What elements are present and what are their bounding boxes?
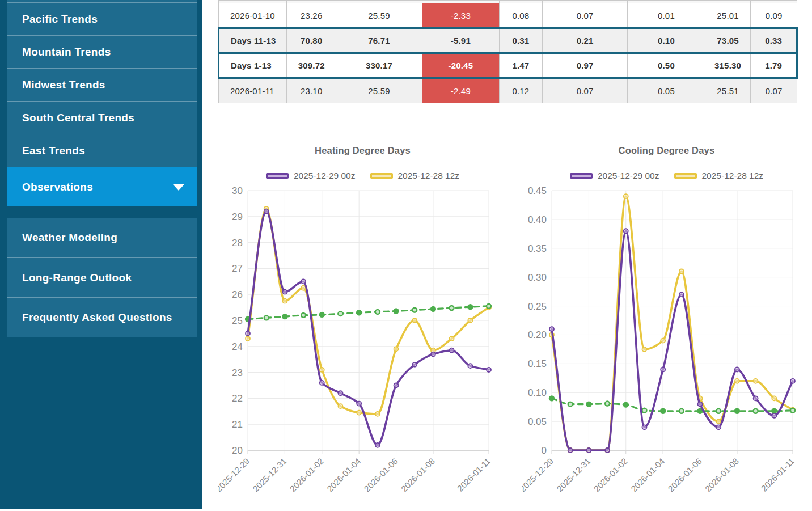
- legend-swatch-purple: [570, 173, 593, 179]
- legend-item[interactable]: 2025-12-28 12z: [370, 171, 460, 181]
- svg-text:0.40: 0.40: [528, 214, 547, 225]
- sidebar-item-label: South Central Trends: [22, 112, 134, 124]
- sidebar-item-weather-modeling[interactable]: Weather Modeling: [7, 218, 197, 257]
- heating-degree-days-chart: 30292827262524232221202025-12-292025-12-…: [218, 184, 508, 505]
- svg-text:2026-01-04: 2026-01-04: [629, 456, 666, 493]
- table-cell: 330.17: [336, 53, 422, 78]
- svg-text:0.30: 0.30: [528, 272, 547, 283]
- table-cell: 309.72: [287, 53, 336, 78]
- table-cell: 0.01: [628, 3, 705, 28]
- heating-chart-panel: Heating Degree Days 2025-12-29 00z 2025-…: [218, 145, 508, 505]
- svg-text:2026-01-11: 2026-01-11: [455, 456, 492, 493]
- table-cell: 25.01: [705, 3, 751, 28]
- chart-title: Cooling Degree Days: [522, 145, 811, 158]
- forecast-table-wrap: 2026-01-1023.2625.59-2.330.080.070.0125.…: [218, 0, 798, 103]
- chart-legend: 2025-12-29 00z 2025-12-28 12z: [522, 170, 811, 182]
- sidebar-item-label: Mountain Trends: [22, 46, 111, 58]
- main-content: 2026-01-1023.2625.59-2.330.080.070.0125.…: [202, 0, 812, 511]
- legend-label: 2025-12-28 12z: [398, 171, 460, 181]
- svg-text:22: 22: [232, 393, 243, 404]
- svg-text:0.35: 0.35: [528, 243, 547, 254]
- legend-item[interactable]: 2025-12-29 00z: [266, 171, 356, 181]
- table-row: Days 1-13309.72330.17-20.451.470.970.503…: [219, 53, 797, 78]
- svg-text:2025-12-29: 2025-12-29: [218, 456, 251, 493]
- table-cell: 0.50: [628, 53, 705, 78]
- table-cell: 23.10: [287, 78, 336, 103]
- forecast-table: 2026-01-1023.2625.59-2.330.080.070.0125.…: [218, 0, 798, 103]
- svg-text:0.15: 0.15: [528, 358, 547, 369]
- legend-swatch-yellow: [370, 173, 393, 179]
- sidebar-item-south-central-trends[interactable]: South Central Trends: [7, 101, 197, 134]
- sidebar-primary-group: Pacific Trends Mountain Trends Midwest T…: [7, 0, 197, 206]
- sidebar-item-label: Long-Range Outlook: [22, 272, 132, 284]
- table-cell: 25.59: [336, 78, 422, 103]
- table-cell: 0.33: [751, 28, 797, 53]
- legend-swatch-yellow: [674, 173, 697, 179]
- legend-item[interactable]: 2025-12-28 12z: [674, 171, 764, 181]
- sidebar-item-label: East Trends: [22, 145, 85, 157]
- table-cell: -2.49: [422, 78, 500, 103]
- svg-text:23: 23: [232, 368, 243, 378]
- svg-text:0: 0: [542, 445, 547, 456]
- table-cell: 0.31: [499, 28, 543, 53]
- table-cell: 25.59: [336, 3, 422, 28]
- sidebar-item-faq[interactable]: Frequently Asked Questions: [7, 297, 197, 337]
- table-cell: -5.91: [422, 28, 500, 53]
- sidebar-item-pacific-trends[interactable]: Pacific Trends: [7, 2, 197, 35]
- table-cell: 76.71: [336, 28, 422, 53]
- table-cell: 0.08: [499, 3, 543, 28]
- chart-legend: 2025-12-29 00z 2025-12-28 12z: [218, 170, 508, 182]
- sidebar: Pacific Trends Mountain Trends Midwest T…: [0, 0, 202, 509]
- table-cell: 1.47: [499, 53, 543, 78]
- svg-text:26: 26: [232, 289, 243, 300]
- sidebar-item-east-trends[interactable]: East Trends: [7, 134, 197, 167]
- sidebar-item-mountain-trends[interactable]: Mountain Trends: [7, 35, 197, 68]
- table-cell: 73.05: [705, 28, 751, 53]
- legend-swatch-purple: [266, 173, 289, 179]
- svg-text:29: 29: [232, 212, 243, 222]
- table-cell: 0.21: [543, 28, 628, 53]
- svg-text:2026-01-02: 2026-01-02: [288, 456, 325, 493]
- legend-label: 2025-12-29 00z: [598, 171, 659, 181]
- table-cell: Days 11-13: [219, 28, 287, 53]
- svg-text:0.10: 0.10: [528, 387, 547, 398]
- cooling-chart-panel: Cooling Degree Days 2025-12-29 00z 2025-…: [522, 145, 811, 505]
- table-cell: 0.12: [499, 78, 543, 103]
- sidebar-item-observations[interactable]: Observations: [7, 167, 197, 206]
- legend-label: 2025-12-29 00z: [294, 171, 356, 181]
- svg-text:2026-01-08: 2026-01-08: [703, 456, 741, 493]
- sidebar-item-midwest-trends[interactable]: Midwest Trends: [7, 68, 197, 101]
- svg-text:0.45: 0.45: [528, 185, 547, 196]
- sidebar-item-label: Pacific Trends: [22, 13, 98, 26]
- table-cell: 25.51: [705, 78, 751, 103]
- svg-text:2026-01-08: 2026-01-08: [399, 456, 437, 493]
- svg-text:2026-01-11: 2026-01-11: [759, 456, 796, 493]
- svg-text:21: 21: [232, 419, 243, 430]
- svg-text:0.05: 0.05: [528, 416, 547, 427]
- svg-text:30: 30: [232, 185, 243, 196]
- charts-row: Heating Degree Days 2025-12-29 00z 2025-…: [218, 145, 811, 505]
- table-cell: 0.07: [543, 3, 628, 28]
- svg-text:25: 25: [232, 315, 243, 326]
- svg-text:2025-12-29: 2025-12-29: [522, 456, 555, 493]
- svg-text:2025-12-31: 2025-12-31: [555, 456, 592, 493]
- legend-item[interactable]: 2025-12-29 00z: [570, 171, 659, 181]
- table-cell: Days 1-13: [219, 53, 287, 78]
- cooling-degree-days-chart: 0.450.400.350.300.250.200.150.100.050202…: [522, 184, 811, 505]
- sidebar-item-label: Weather Modeling: [22, 231, 117, 244]
- table-cell: 23.26: [287, 3, 336, 28]
- svg-text:2026-01-06: 2026-01-06: [362, 456, 399, 493]
- table-row: Days 11-1370.8076.71-5.910.310.210.1073.…: [219, 28, 797, 53]
- sidebar-item-long-range-outlook[interactable]: Long-Range Outlook: [7, 257, 197, 297]
- table-cell: 2026-01-10: [219, 3, 287, 28]
- svg-text:2026-01-06: 2026-01-06: [666, 456, 703, 493]
- table-cell: 0.05: [628, 78, 705, 103]
- table-cell: 0.07: [543, 78, 628, 103]
- table-row: 2026-01-1023.2625.59-2.330.080.070.0125.…: [219, 3, 797, 28]
- table-cell: 0.97: [543, 53, 628, 78]
- sidebar-item-label: Frequently Asked Questions: [22, 311, 172, 324]
- sidebar-secondary-group: Weather Modeling Long-Range Outlook Freq…: [7, 218, 197, 337]
- sidebar-item-label: Observations: [22, 181, 93, 193]
- sidebar-item-label: Midwest Trends: [22, 79, 105, 91]
- svg-text:24: 24: [232, 341, 243, 352]
